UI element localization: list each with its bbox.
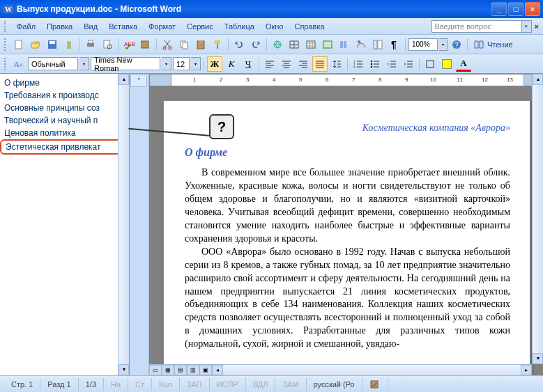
menu-file[interactable]: Файл — [11, 20, 41, 33]
style-combo[interactable]: Обычный — [28, 57, 78, 70]
underline-button[interactable]: Ч — [240, 56, 256, 72]
format-painter-button[interactable] — [210, 37, 225, 52]
outline-item-selected[interactable]: Эстетическая привлекат — [0, 139, 129, 155]
status-ext[interactable]: ВДЛ — [246, 378, 276, 391]
outline-scrollbar[interactable]: ▴ ▾ — [118, 74, 129, 375]
increase-indent-button[interactable] — [401, 56, 416, 72]
doc-map-button[interactable] — [370, 37, 385, 52]
document-page[interactable]: Косметическая компания «Аврора» О фирме … — [163, 100, 530, 375]
web-view-button[interactable]: ▦ — [162, 365, 174, 375]
zoom-input[interactable]: 100% — [408, 38, 438, 51]
font-dropdown[interactable]: ▾ — [162, 57, 171, 70]
undo-button[interactable] — [231, 37, 247, 52]
font-combo[interactable]: Times New Roman — [91, 57, 160, 70]
scroll-left-icon[interactable]: ◂ — [212, 365, 223, 375]
drawing-button[interactable] — [353, 37, 369, 52]
excel-button[interactable] — [320, 37, 335, 52]
menu-format[interactable]: Формат — [143, 20, 181, 33]
italic-button[interactable]: К — [224, 56, 239, 72]
bold-button[interactable]: Ж — [207, 56, 222, 72]
print-view-button[interactable]: ▤ — [174, 365, 187, 375]
menu-window[interactable]: Окно — [260, 20, 289, 33]
paste-button[interactable] — [193, 37, 208, 52]
menu-table[interactable]: Таблица — [219, 20, 260, 33]
scroll-down-icon[interactable]: ▾ — [118, 364, 129, 375]
show-nonprint-button[interactable]: ¶ — [387, 37, 402, 52]
normal-view-button[interactable]: ▭ — [149, 365, 162, 375]
menu-view[interactable]: Вид — [78, 20, 103, 33]
styles-pane-button[interactable]: A4 — [11, 56, 26, 72]
print-preview-button[interactable] — [100, 37, 115, 52]
hyperlink-button[interactable] — [270, 37, 285, 52]
menu-insert[interactable]: Вставка — [103, 20, 143, 33]
status-ovr[interactable]: ЗАМ — [275, 378, 306, 391]
spellcheck-button[interactable]: АБВ — [121, 37, 137, 52]
status-section[interactable]: Разд 1 — [40, 378, 78, 391]
fmtbar-grip[interactable] — [4, 58, 7, 70]
maximize-button[interactable]: □ — [508, 2, 523, 16]
outline-item[interactable]: Ценовая политика — [0, 127, 129, 139]
outline-item[interactable]: Требования к производс — [0, 89, 129, 102]
status-rec[interactable]: ЗАП — [180, 378, 210, 391]
open-button[interactable] — [28, 37, 43, 52]
toolbar-grip[interactable] — [4, 38, 7, 51]
permissions-button[interactable] — [61, 37, 77, 52]
status-pages[interactable]: 1/3 — [79, 378, 104, 391]
font-color-button[interactable]: A — [456, 56, 471, 72]
cut-button[interactable] — [160, 37, 175, 52]
outline-item[interactable]: Творческий и научный п — [0, 114, 129, 127]
menu-service[interactable]: Сервис — [181, 20, 219, 33]
ruler-corner[interactable]: ▫ — [130, 75, 147, 87]
highlight-button[interactable] — [439, 56, 454, 72]
status-fix[interactable]: ИСПР — [210, 378, 246, 391]
close-button[interactable]: × — [525, 2, 540, 16]
status-spellcheck-icon[interactable] — [362, 378, 388, 391]
status-row[interactable]: Ст — [128, 378, 152, 391]
outline-view-button[interactable]: ▥ — [187, 365, 199, 375]
bulleted-list-button[interactable] — [367, 56, 383, 72]
align-justify-button[interactable] — [312, 56, 328, 72]
status-col[interactable]: Кол — [152, 378, 180, 391]
columns-button[interactable] — [337, 37, 352, 52]
menubar-grip[interactable] — [4, 21, 7, 32]
align-left-button[interactable] — [262, 56, 277, 72]
align-center-button[interactable] — [279, 56, 294, 72]
save-button[interactable] — [45, 37, 60, 52]
vertical-scrollbar[interactable]: ▴ ▾ — [532, 74, 543, 364]
print-button[interactable] — [83, 37, 98, 52]
size-combo[interactable]: 12 — [173, 57, 190, 70]
help-search-dropdown[interactable]: ▾ — [522, 20, 532, 33]
reading-view-button[interactable]: ▣ — [199, 365, 212, 375]
minimize-button[interactable]: _ — [491, 2, 507, 16]
align-right-button[interactable] — [296, 56, 311, 72]
horizontal-scrollbar[interactable]: ▭ ▦ ▤ ▥ ▣ ◂ ▸ — [149, 364, 532, 375]
menu-edit[interactable]: Правка — [41, 20, 78, 33]
help-button[interactable]: ? — [449, 37, 464, 52]
status-page[interactable]: Стр. 1 — [4, 378, 40, 391]
scroll-up-icon[interactable]: ▴ — [118, 74, 129, 85]
status-at[interactable]: На — [104, 378, 128, 391]
insert-table-button[interactable] — [303, 37, 319, 52]
zoom-dropdown[interactable]: ▾ — [439, 38, 448, 51]
research-button[interactable] — [138, 37, 153, 52]
menu-help[interactable]: Справка — [289, 20, 330, 33]
status-language[interactable]: русский (Ро — [307, 378, 362, 391]
menu-doc-close-button[interactable]: × — [535, 22, 539, 31]
numbered-list-button[interactable]: 123 — [351, 56, 366, 72]
outline-item[interactable]: Основные принципы соз — [0, 102, 129, 114]
borders-button[interactable] — [422, 56, 438, 72]
outline-item[interactable]: О фирме — [0, 77, 129, 89]
redo-button[interactable] — [248, 37, 263, 52]
scroll-down-icon[interactable]: ▾ — [533, 353, 543, 364]
size-dropdown[interactable]: ▾ — [191, 57, 201, 70]
reading-mode-button[interactable]: Чтение — [471, 39, 516, 50]
help-search-input[interactable]: Введите вопрос — [431, 20, 522, 33]
decrease-indent-button[interactable] — [384, 56, 399, 72]
copy-button[interactable] — [176, 37, 192, 52]
line-spacing-button[interactable] — [329, 56, 344, 72]
tables-borders-button[interactable] — [286, 37, 302, 52]
scroll-up-icon[interactable]: ▴ — [533, 74, 543, 85]
style-dropdown[interactable]: ▾ — [79, 57, 89, 70]
horizontal-ruler[interactable]: 1 2 3 4 5 6 7 8 9 10 11 12 13 — [149, 74, 543, 86]
new-doc-button[interactable] — [11, 37, 26, 52]
